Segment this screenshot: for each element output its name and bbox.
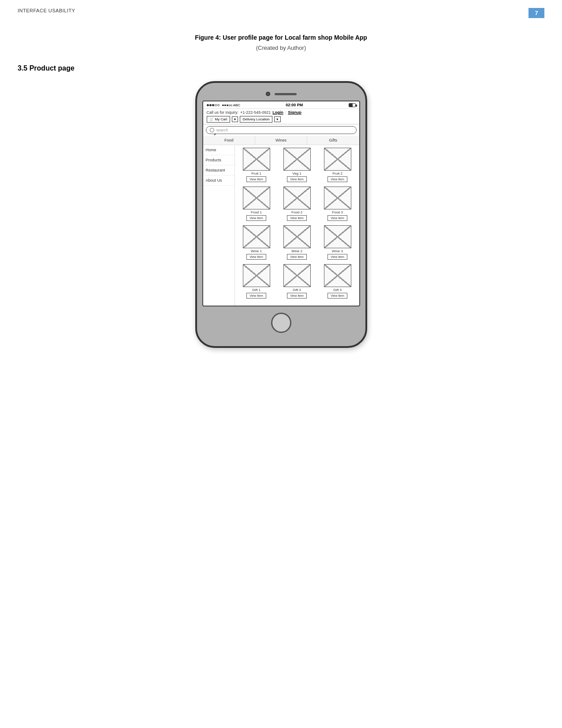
product-name-fruit2: Fruit 2	[332, 172, 342, 175]
product-image-food2	[283, 187, 311, 209]
tab-food[interactable]: Food	[203, 136, 255, 145]
product-row-3: Gift 1 View Item Gift 2 View Item Gift 3…	[238, 264, 357, 299]
product-name-gift3: Gift 3	[333, 288, 342, 292]
cart-icon: 🛒	[209, 117, 214, 121]
product-image-food3	[324, 187, 351, 209]
product-name-gift2: Gift 2	[293, 288, 301, 292]
product-image-wine1	[243, 225, 270, 248]
view-item-gift2[interactable]: View Item	[287, 293, 307, 299]
page-number: 7	[529, 8, 544, 18]
carrier-name: ●●●oo ABC	[222, 103, 241, 107]
product-row-0: Fruit 1 View Item Veg 1 View Item Fruit …	[238, 148, 357, 182]
inquiry-phone: +1-222-545-0921	[240, 110, 271, 115]
product-image-gift3	[324, 264, 351, 287]
product-name-veg1: Veg 1	[292, 172, 301, 175]
inquiry-label: Call us for Inquiry:	[207, 110, 239, 115]
login-link[interactable]: Login	[272, 110, 283, 115]
product-image-wine3	[324, 225, 351, 248]
signup-link[interactable]: Signup	[288, 110, 301, 115]
product-card-wine2: Wine 2 View Item	[278, 225, 316, 260]
product-card-wine1: Wine 1 View Item	[238, 225, 275, 260]
product-name-fruit1: Fruit 1	[251, 172, 261, 175]
product-card-fruit2: Fruit 2 View Item	[319, 148, 357, 182]
camera-icon	[266, 92, 270, 96]
view-item-fruit2[interactable]: View Item	[328, 176, 347, 182]
view-item-food1[interactable]: View Item	[246, 215, 266, 221]
sidebar-item-restaurant[interactable]: Restaurant	[203, 165, 234, 175]
product-image-wine2	[283, 225, 311, 248]
product-name-wine1: Wine 1	[251, 249, 262, 253]
status-left: ●●●oo ABC	[207, 103, 241, 107]
product-card-wine3: Wine 3 View Item	[319, 225, 357, 260]
product-name-food1: Food 1	[251, 210, 262, 214]
delivery-label: Delivery Location	[242, 117, 269, 121]
figure-caption: Figure 4: User profile page for Local fa…	[0, 34, 562, 41]
tab-wines[interactable]: Wines	[255, 136, 307, 145]
status-bar: ●●●oo ABC 02:00 PM	[203, 101, 359, 109]
view-item-gift3[interactable]: View Item	[328, 293, 347, 299]
cart-button[interactable]: 🛒 My Cart	[207, 116, 230, 123]
product-name-wine2: Wine 2	[291, 249, 302, 253]
product-name-gift1: Gift 1	[252, 288, 261, 292]
product-card-fruit1: Fruit 1 View Item	[238, 148, 275, 182]
view-item-gift1[interactable]: View Item	[246, 293, 266, 299]
home-button[interactable]	[271, 313, 291, 333]
product-name-wine3: Wine 3	[332, 249, 343, 253]
product-row-1: Food 1 View Item Food 2 View Item Food 3…	[238, 187, 357, 221]
page-header: INTERFACE USABILITY 7	[0, 0, 562, 18]
product-card-food2: Food 2 View Item	[278, 187, 316, 221]
phone-top	[202, 92, 360, 96]
search-bar[interactable]: search	[206, 126, 357, 134]
tab-gifts[interactable]: Gifts	[307, 136, 359, 145]
cart-dropdown-arrow[interactable]: ▼	[232, 116, 238, 122]
search-icon	[210, 128, 214, 132]
product-card-gift1: Gift 1 View Item	[238, 264, 275, 299]
product-name-food2: Food 2	[291, 210, 302, 214]
view-item-wine1[interactable]: View Item	[246, 254, 266, 260]
product-card-gift3: Gift 3 View Item	[319, 264, 357, 299]
product-image-gift2	[283, 264, 311, 287]
product-image-veg1	[283, 148, 311, 171]
view-item-veg1[interactable]: View Item	[287, 176, 307, 182]
tab-row: Food Wines Gifts	[203, 136, 359, 145]
product-grid: Fruit 1 View Item Veg 1 View Item Fruit …	[235, 145, 359, 306]
phone-outer: ●●●oo ABC 02:00 PM Call us for Inquiry: …	[195, 81, 367, 348]
sidebar-item-about[interactable]: About Us	[203, 175, 234, 186]
view-item-fruit1[interactable]: View Item	[246, 176, 266, 182]
product-image-fruit2	[324, 148, 351, 171]
delivery-dropdown-arrow[interactable]: ▼	[274, 116, 281, 122]
signal-dots	[207, 103, 220, 107]
cart-row: 🛒 My Cart ▼ Delivery Location ▼	[207, 116, 356, 123]
phone-screen: ●●●oo ABC 02:00 PM Call us for Inquiry: …	[202, 101, 360, 306]
inquiry-row: Call us for Inquiry: +1-222-545-0921 Log…	[207, 110, 356, 115]
main-area: Home Products Restaurant About Us Fruit …	[203, 145, 359, 306]
battery-icon	[349, 103, 356, 107]
product-image-gift1	[243, 264, 270, 287]
cart-label: My Cart	[215, 117, 227, 121]
view-item-wine3[interactable]: View Item	[328, 254, 347, 260]
phone-mockup: ●●●oo ABC 02:00 PM Call us for Inquiry: …	[0, 81, 562, 348]
view-item-wine2[interactable]: View Item	[287, 254, 307, 260]
phone-bottom	[202, 313, 360, 333]
header-label: INTERFACE USABILITY	[18, 8, 75, 13]
product-image-food1	[243, 187, 270, 209]
sidebar-item-products[interactable]: Products	[203, 155, 234, 165]
sidebar-item-home[interactable]: Home	[203, 145, 234, 155]
speaker-icon	[275, 93, 297, 95]
top-bar: Call us for Inquiry: +1-222-545-0921 Log…	[203, 109, 359, 124]
figure-subcaption: (Created by Author)	[0, 45, 562, 51]
separator: |	[285, 110, 286, 115]
view-item-food3[interactable]: View Item	[328, 215, 347, 221]
product-card-gift2: Gift 2 View Item	[278, 264, 316, 299]
product-card-veg1: Veg 1 View Item	[278, 148, 316, 182]
sidebar-nav: Home Products Restaurant About Us	[203, 145, 235, 306]
delivery-button[interactable]: Delivery Location	[240, 116, 272, 123]
section-heading: 3.5 Product page	[18, 64, 562, 72]
product-image-fruit1	[243, 148, 270, 171]
battery-fill	[349, 104, 353, 107]
product-name-food3: Food 3	[332, 210, 343, 214]
product-card-food1: Food 1 View Item	[238, 187, 275, 221]
view-item-food2[interactable]: View Item	[287, 215, 307, 221]
status-time: 02:00 PM	[286, 103, 303, 107]
search-placeholder: search	[216, 128, 228, 132]
